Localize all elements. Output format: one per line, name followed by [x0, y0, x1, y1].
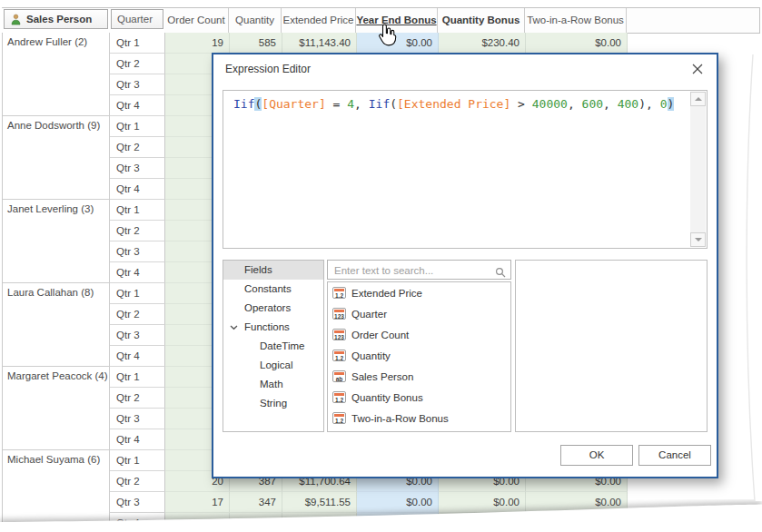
- data-cell[interactable]: $11,143.40: [282, 33, 357, 54]
- data-cell[interactable]: 17: [165, 492, 230, 513]
- field-header-sales-person[interactable]: Sales Person: [4, 9, 108, 29]
- category-label: Logical: [260, 360, 292, 370]
- field-item-extended-price[interactable]: 1.2Extended Price: [328, 282, 510, 303]
- quarter-cell-3[interactable]: Qtr 4: [110, 95, 165, 116]
- group-row-header-michael-suyama-6[interactable]: Michael Suyama (6): [3, 450, 109, 532]
- category-item-string[interactable]: String: [223, 394, 323, 413]
- scroll-down-button[interactable]: [690, 232, 706, 247]
- data-cell[interactable]: $230.40: [439, 33, 526, 54]
- group-row-header-laura-callahan-8[interactable]: Laura Callahan (8): [3, 283, 109, 367]
- field-item-order-count[interactable]: 123Order Count: [328, 324, 510, 345]
- expression-token: ): [638, 97, 646, 111]
- quarter-cell-10[interactable]: Qtr 3: [110, 241, 165, 262]
- field-item-quantity[interactable]: 1.2Quantity: [328, 345, 510, 366]
- ok-button[interactable]: OK: [560, 445, 633, 466]
- category-item-functions[interactable]: Functions: [223, 318, 323, 337]
- quarter-cell-21[interactable]: Qtr 2: [110, 471, 165, 492]
- group-row-header-margaret-peacock-4[interactable]: Margaret Peacock (4): [3, 367, 109, 450]
- quarter-cell-23[interactable]: Qtr 4: [110, 513, 165, 532]
- data-cell[interactable]: $0.00: [526, 492, 628, 513]
- data-cell[interactable]: 531: [230, 513, 282, 532]
- field-header-quarter[interactable]: Quarter: [111, 9, 163, 29]
- category-item-datetime[interactable]: DateTime: [223, 337, 323, 356]
- category-tree: FieldsConstantsOperatorsFunctionsDateTim…: [223, 260, 324, 432]
- search-box: [327, 260, 511, 280]
- category-item-fields[interactable]: Fields: [223, 261, 323, 280]
- expression-input-area[interactable]: Iif([Quarter] = 4, Iif([Extended Price] …: [223, 90, 708, 249]
- data-row-23: 26531$12,8: [165, 513, 760, 532]
- hand-cursor-icon: [373, 22, 399, 54]
- quarter-cell-16[interactable]: Qtr 1: [110, 367, 165, 388]
- scroll-up-button[interactable]: [690, 92, 706, 106]
- quarter-cell-1[interactable]: Qtr 2: [110, 54, 165, 74]
- data-cell[interactable]: $0.00: [439, 492, 526, 513]
- data-cell[interactable]: [357, 513, 439, 532]
- data-cell[interactable]: [439, 513, 526, 532]
- expression-token: ,: [646, 97, 660, 111]
- group-row-header-anne-dodsworth-9[interactable]: Anne Dodsworth (9): [3, 116, 109, 200]
- quarter-cell-4[interactable]: Qtr 1: [110, 116, 165, 137]
- cancel-button[interactable]: Cancel: [638, 445, 711, 466]
- quarter-cell-14[interactable]: Qtr 3: [110, 325, 165, 346]
- data-cell[interactable]: 347: [230, 492, 282, 513]
- expression-token: 0: [660, 97, 668, 111]
- quarter-cell-0[interactable]: Qtr 1: [110, 33, 165, 54]
- data-cell[interactable]: 19: [165, 33, 230, 54]
- quarter-cell-12[interactable]: Qtr 1: [110, 283, 165, 304]
- description-panel: [515, 260, 708, 432]
- field-label: Quantity Bonus: [351, 392, 423, 403]
- column-header-row: Order CountQuantityExtended PriceYear En…: [164, 8, 760, 33]
- field-item-quantity-bonus[interactable]: 1.2Quantity Bonus: [328, 387, 510, 408]
- column-header-extended-price[interactable]: Extended Price: [282, 8, 356, 33]
- quarter-cell-15[interactable]: Qtr 4: [110, 346, 165, 367]
- quarter-cell-5[interactable]: Qtr 2: [110, 137, 165, 158]
- field-label: Quantity: [351, 350, 391, 361]
- quarter-cell-19[interactable]: Qtr 4: [110, 429, 165, 450]
- expression-token: =: [326, 97, 347, 111]
- column-header-quantity-bonus[interactable]: Quantity Bonus: [438, 8, 525, 33]
- data-cell[interactable]: $12,8: [282, 513, 357, 532]
- quarter-cell-17[interactable]: Qtr 2: [110, 388, 165, 409]
- quarter-cell-13[interactable]: Qtr 2: [110, 304, 165, 325]
- quarter-cell-11[interactable]: Qtr 4: [110, 262, 165, 283]
- category-item-math[interactable]: Math: [223, 375, 323, 394]
- expression-scrollbar[interactable]: [690, 92, 706, 247]
- data-cell[interactable]: $0.00: [526, 33, 628, 54]
- group-row-header-janet-leverling-3[interactable]: Janet Leverling (3): [3, 200, 109, 283]
- quarter-cell-18[interactable]: Qtr 3: [110, 409, 165, 429]
- column-header-order-count[interactable]: Order Count: [164, 8, 229, 33]
- decimal-field-icon: 1.2: [332, 391, 346, 403]
- decimal-field-icon: 1.2: [332, 412, 346, 424]
- search-input[interactable]: [332, 261, 496, 280]
- quarter-cell-8[interactable]: Qtr 1: [110, 200, 165, 221]
- data-cell[interactable]: $0.00: [357, 492, 439, 513]
- data-row-22: 17347$9,511.55$0.00$0.00$0.00: [165, 492, 760, 513]
- field-item-two-in-a-row-bonus[interactable]: 1.2Two-in-a-Row Bonus: [328, 408, 510, 429]
- column-header-quantity[interactable]: Quantity: [229, 8, 282, 33]
- data-cell[interactable]: [526, 513, 628, 532]
- data-cell[interactable]: 585: [230, 33, 282, 54]
- triangle-up-icon: [695, 97, 702, 101]
- field-header-label: Quarter: [117, 14, 153, 25]
- category-item-logical[interactable]: Logical: [223, 356, 323, 375]
- field-item-quarter[interactable]: 123Quarter: [328, 303, 510, 324]
- close-icon[interactable]: [691, 63, 704, 75]
- data-cell[interactable]: 26: [165, 513, 230, 532]
- data-cell[interactable]: $9,511.55: [282, 492, 357, 513]
- quarter-cell-22[interactable]: Qtr 3: [110, 492, 165, 513]
- category-item-constants[interactable]: Constants: [223, 280, 323, 299]
- field-label: Extended Price: [351, 288, 422, 299]
- column-header-two-in-a-row-bonus[interactable]: Two-in-a-Row Bonus: [525, 8, 627, 33]
- field-item-sales-person[interactable]: abSales Person: [328, 366, 510, 387]
- group-row-header-andrew-fuller-2[interactable]: Andrew Fuller (2): [3, 33, 109, 116]
- category-label: DateTime: [260, 340, 304, 351]
- quarter-cell-2[interactable]: Qtr 3: [110, 74, 165, 95]
- field-header-label: Sales Person: [26, 14, 92, 25]
- category-item-operators[interactable]: Operators: [223, 299, 323, 318]
- quarter-cell-7[interactable]: Qtr 4: [110, 179, 165, 200]
- quarter-cell-20[interactable]: Qtr 1: [110, 450, 165, 471]
- expression-token: (: [390, 97, 397, 111]
- quarter-cell-9[interactable]: Qtr 2: [110, 221, 165, 241]
- field-label: Order Count: [351, 330, 409, 340]
- quarter-cell-6[interactable]: Qtr 3: [110, 158, 165, 179]
